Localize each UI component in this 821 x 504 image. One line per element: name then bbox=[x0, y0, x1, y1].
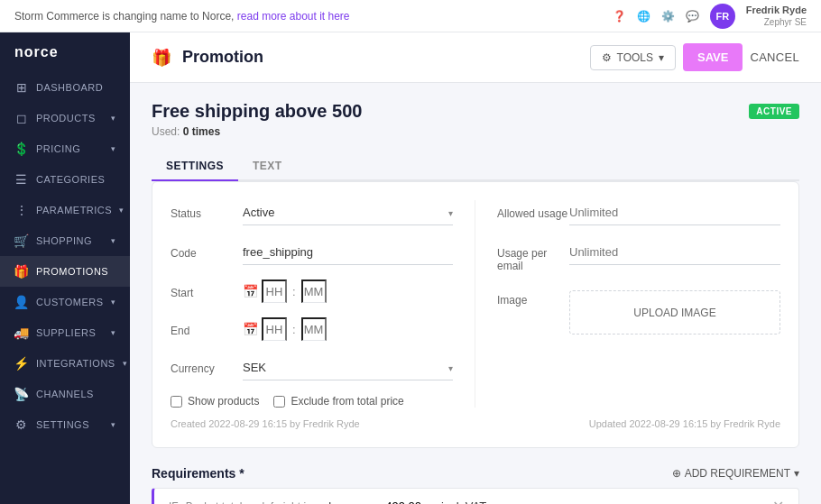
sidebar-item-suppliers[interactable]: 🚚 SUPPLIERS ▾ bbox=[0, 317, 130, 348]
tab-settings[interactable]: SETTINGS bbox=[152, 152, 238, 181]
sidebar-item-products[interactable]: ◻ PRODUCTS ▾ bbox=[0, 103, 130, 133]
sidebar-item-label: DASHBOARD bbox=[36, 82, 103, 93]
image-row: Image UPLOAD IMAGE bbox=[497, 287, 780, 334]
chevron-down-icon: ▾ bbox=[123, 359, 128, 368]
requirements-title: Requirements * bbox=[152, 466, 244, 481]
currency-select[interactable]: SEK USD EUR bbox=[243, 355, 453, 380]
usage-per-email-label: Usage per email bbox=[497, 240, 569, 272]
sidebar-item-label: SUPPLIERS bbox=[36, 327, 96, 338]
page-body: Free shipping above 500 ACTIVE Used: 0 t… bbox=[130, 83, 821, 504]
code-label: Code bbox=[171, 240, 243, 260]
settings-sidebar-icon: ⚙ bbox=[14, 417, 29, 432]
show-products-input[interactable] bbox=[171, 396, 182, 408]
chevron-down-icon: ▾ bbox=[659, 51, 664, 64]
image-label: Image bbox=[497, 287, 569, 307]
form-grid: Status Active Inactive ▾ Code bbox=[171, 200, 780, 408]
exclude-checkbox[interactable]: Exclude from total price bbox=[273, 395, 403, 408]
sidebar-logo: norce bbox=[0, 32, 130, 72]
sidebar-item-pricing[interactable]: 💲 PRICING ▾ bbox=[0, 133, 130, 164]
chat-icon[interactable]: 💬 bbox=[686, 10, 699, 23]
form-left: Status Active Inactive ▾ Code bbox=[171, 200, 475, 408]
chevron-down-icon: ▾ bbox=[111, 236, 116, 245]
calendar-icon[interactable]: 📅 bbox=[243, 322, 258, 336]
save-button[interactable]: SAVE bbox=[683, 43, 743, 71]
chevron-down-icon: ▾ bbox=[111, 298, 116, 307]
incl-vat-select[interactable]: incl. VAT bbox=[438, 499, 502, 505]
sidebar-item-label: PARAMETRICS bbox=[36, 205, 112, 215]
usage-per-email-input[interactable] bbox=[569, 240, 780, 265]
avatar[interactable]: FR bbox=[710, 4, 735, 29]
tools-button[interactable]: ⚙ TOOLS ▾ bbox=[590, 45, 676, 70]
sidebar-item-shopping[interactable]: 🛒 SHOPPING ▾ bbox=[0, 225, 130, 256]
top-bar-message: Storm Commerce is changing name to Norce… bbox=[14, 10, 605, 23]
tabs: SETTINGS TEXT bbox=[152, 152, 799, 181]
form-card: Status Active Inactive ▾ Code bbox=[152, 181, 799, 448]
close-icon[interactable]: ✕ bbox=[772, 498, 784, 504]
usage-per-email-row: Usage per email bbox=[497, 240, 780, 272]
sidebar-item-integrations[interactable]: ⚡ INTEGRATIONS ▾ bbox=[0, 348, 130, 379]
status-select[interactable]: Active Inactive bbox=[243, 200, 453, 225]
categories-icon: ☰ bbox=[14, 172, 29, 187]
end-row: End 📅 : bbox=[171, 317, 453, 341]
chevron-down-icon: ▾ bbox=[111, 328, 116, 337]
start-hour-input[interactable] bbox=[262, 279, 287, 303]
sidebar-item-settings[interactable]: ⚙ SETTINGS ▾ bbox=[0, 409, 130, 440]
sidebar-item-label: PRODUCTS bbox=[36, 113, 96, 124]
form-meta: Created 2022-08-29 16:15 by Fredrik Ryde… bbox=[171, 418, 780, 429]
requirement-row: IF Basket total excl. freight is above i… bbox=[152, 488, 799, 504]
amount-input[interactable] bbox=[376, 499, 430, 505]
user-info: Fredrik Ryde Zephyr SE bbox=[746, 4, 807, 28]
add-requirement-button[interactable]: ⊕ ADD REQUIREMENT ▾ bbox=[672, 467, 799, 480]
sidebar-item-categories[interactable]: ☰ CATEGORIES bbox=[0, 164, 130, 195]
checkbox-row: Show products Exclude from total price bbox=[171, 395, 453, 408]
above-select[interactable]: above bbox=[318, 499, 369, 505]
settings-icon[interactable]: ⚙️ bbox=[661, 10, 675, 23]
currency-control: SEK USD EUR ▾ bbox=[243, 355, 453, 380]
promotion-header: Free shipping above 500 ACTIVE bbox=[152, 101, 799, 122]
requirements-section: Requirements * ⊕ ADD REQUIREMENT ▾ IF Ba… bbox=[152, 466, 799, 504]
sidebar-item-parametrics[interactable]: ⋮ PARAMETRICS ▾ bbox=[0, 195, 130, 225]
customers-icon: 👤 bbox=[14, 295, 29, 309]
cancel-button[interactable]: CANCEL bbox=[750, 50, 799, 64]
promotion-title: Free shipping above 500 bbox=[152, 101, 362, 122]
sidebar-item-dashboard[interactable]: ⊞ DASHBOARD bbox=[0, 72, 130, 103]
calendar-icon[interactable]: 📅 bbox=[243, 284, 258, 298]
channels-icon: 📡 bbox=[14, 387, 29, 401]
globe-icon[interactable]: 🌐 bbox=[637, 10, 650, 23]
sidebar-item-customers[interactable]: 👤 CUSTOMERS ▾ bbox=[0, 287, 130, 317]
suppliers-icon: 🚚 bbox=[14, 325, 29, 340]
exclude-input[interactable] bbox=[273, 396, 285, 408]
pricing-icon: 💲 bbox=[14, 142, 29, 156]
status-control: Active Inactive ▾ bbox=[243, 200, 453, 225]
show-products-checkbox[interactable]: Show products bbox=[171, 395, 259, 408]
end-min-input[interactable] bbox=[301, 317, 327, 341]
code-input[interactable] bbox=[243, 240, 453, 265]
requirements-header: Requirements * ⊕ ADD REQUIREMENT ▾ bbox=[152, 466, 799, 481]
top-bar-link[interactable]: read more about it here bbox=[237, 10, 350, 23]
sidebar-item-label: PRICING bbox=[36, 143, 80, 154]
code-row: Code bbox=[171, 240, 453, 265]
end-datetime: 📅 : bbox=[243, 317, 453, 341]
allowed-usage-control bbox=[569, 200, 780, 225]
end-hour-input[interactable] bbox=[262, 317, 287, 341]
tab-text[interactable]: TEXT bbox=[238, 152, 297, 181]
sidebar-item-channels[interactable]: 📡 CHANNELS bbox=[0, 379, 130, 409]
sidebar-item-label: SETTINGS bbox=[36, 419, 89, 430]
start-min-input[interactable] bbox=[301, 279, 327, 303]
status-label: Status bbox=[171, 200, 243, 220]
dashboard-icon: ⊞ bbox=[14, 80, 29, 95]
sidebar-item-label: CUSTOMERS bbox=[36, 297, 104, 307]
allowed-usage-label: Allowed usage bbox=[497, 200, 569, 220]
header-actions: ⚙ TOOLS ▾ SAVE CANCEL bbox=[590, 43, 799, 71]
image-control: UPLOAD IMAGE bbox=[569, 287, 780, 334]
usage-per-email-control bbox=[569, 240, 780, 265]
help-icon[interactable]: ❓ bbox=[613, 10, 626, 23]
sidebar-item-label: PROMOTIONS bbox=[36, 266, 108, 277]
upload-button[interactable]: UPLOAD IMAGE bbox=[569, 290, 780, 334]
integrations-icon: ⚡ bbox=[14, 356, 29, 371]
main-content: 🎁 Promotion ⚙ TOOLS ▾ SAVE CANCEL Free s… bbox=[130, 32, 821, 504]
sidebar-item-promotions[interactable]: 🎁 PROMOTIONS bbox=[0, 256, 130, 287]
allowed-usage-input[interactable] bbox=[569, 200, 780, 225]
chevron-down-icon: ▾ bbox=[119, 206, 125, 215]
sidebar-item-label: SHOPPING bbox=[36, 235, 92, 246]
